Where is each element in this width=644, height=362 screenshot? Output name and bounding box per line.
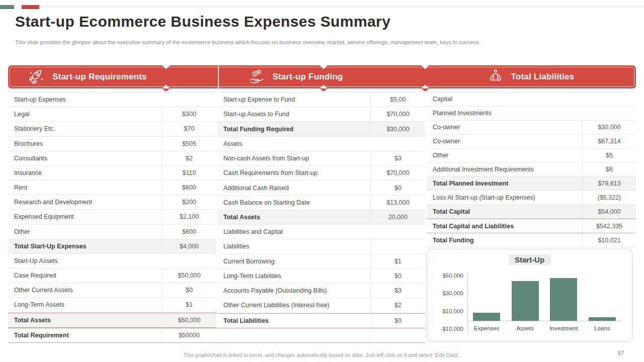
row-label: Additional Cash Raised xyxy=(217,180,370,195)
row-value: $2 xyxy=(162,151,216,165)
row-label: Additional Investment Requirements xyxy=(427,163,582,176)
table-row: Total Funding$10,021 xyxy=(427,233,636,247)
row-label: Stationery Etc. xyxy=(8,122,162,136)
table-row: Co-owner$67,314 xyxy=(427,135,636,149)
row-value: $70,000 xyxy=(370,166,425,180)
row-label: Research and Development xyxy=(8,195,162,209)
row-label: Liabilities and Capital xyxy=(217,225,425,239)
chart-bar xyxy=(512,281,539,321)
row-label: Total Assets xyxy=(217,210,370,224)
x-axis-label: Loans xyxy=(583,325,622,331)
table-row: Liabilities and Capital xyxy=(217,225,425,239)
ribbon-band: Start-up Requirements $ $ Start-up Fundi… xyxy=(8,65,636,88)
row-value: $50,000 xyxy=(162,313,216,327)
row-label: Insurance xyxy=(8,166,162,180)
row-value: $110 xyxy=(162,166,216,180)
tab-total-liabilities: $ $ Total Liabilities xyxy=(425,65,636,88)
x-axis-label: Expenses xyxy=(467,325,506,331)
row-label: Liabilities xyxy=(217,239,370,253)
table-row: Total Requirement$50000 xyxy=(8,328,216,343)
row-value: $13,000 xyxy=(370,196,425,210)
table-row: Total Capital and Liabilities$542,335 xyxy=(427,219,636,233)
row-label: Rent xyxy=(8,180,162,195)
row-value: $50000 xyxy=(162,328,216,342)
row-value: $1 xyxy=(162,298,216,312)
page-title: Start-up Ecommerce Business Expenses Sum… xyxy=(15,13,390,30)
table-row: Other$600 xyxy=(8,225,216,239)
table-row: Current Borrowing$1 xyxy=(217,254,425,269)
row-value: $30,000 xyxy=(370,122,425,136)
row-label: Current Borrowing xyxy=(217,254,370,268)
chart-plot-area: $50,000$30,000$10,000-$10,000ExpensesAss… xyxy=(427,249,632,341)
row-value: $300 xyxy=(162,107,216,121)
row-label: Start-up Expenses xyxy=(8,93,216,107)
y-axis-line xyxy=(467,274,468,333)
row-label: Total Start-Up Expenses xyxy=(8,239,162,253)
startup-chart[interactable]: Start-Up $50,000$30,000$10,000-$10,000Ex… xyxy=(427,249,632,342)
row-label: Total Capital and Liabilities xyxy=(427,219,582,233)
table-row: Start-up Expense to Fund$5,00 xyxy=(217,93,425,107)
coins-hand-icon: $ $ xyxy=(248,68,265,85)
svg-text:$: $ xyxy=(491,77,493,80)
page-number: 57 xyxy=(618,350,624,356)
row-value: $200 xyxy=(162,195,216,209)
table-startup-requirements: Start-up ExpensesLegal$300Stationery Etc… xyxy=(8,92,216,343)
row-value: $6 xyxy=(582,163,636,176)
row-label: Start-Up Assets xyxy=(8,254,216,268)
table-row: Total Assets20,000 xyxy=(217,210,425,225)
table-row: Start-up Expenses xyxy=(8,93,216,107)
chart-bar xyxy=(550,278,577,321)
table-row: Other Current Liabilities (Interest-free… xyxy=(217,298,425,313)
table-row: Assets xyxy=(217,137,425,151)
svg-text:$: $ xyxy=(258,70,260,73)
table-row: Total Planned Investment$79,613 xyxy=(427,176,636,191)
table-row: Start-Up Assets xyxy=(8,254,216,268)
table-row: Additional Investment Requirements$6 xyxy=(427,163,636,177)
row-label: Case Required xyxy=(8,268,162,283)
header-ribbon: Start-up Requirements $ $ Start-up Fundi… xyxy=(8,65,636,88)
row-label: Total Capital xyxy=(427,205,582,218)
svg-text:$: $ xyxy=(498,77,500,80)
row-value: $505 xyxy=(162,137,216,151)
row-label: Legal xyxy=(8,107,162,121)
row-label: Total Funding xyxy=(427,233,582,247)
row-value: $70,000 xyxy=(370,107,425,121)
row-label xyxy=(217,328,370,342)
row-label: Accounts Payable (Outstanding Bills) xyxy=(217,284,370,298)
chart-bar xyxy=(473,313,500,321)
tab-startup-funding: $ $ Start-up Funding xyxy=(166,65,425,88)
ribbon-fold xyxy=(421,88,429,92)
row-value: $1 xyxy=(370,254,425,268)
table-row: Co-owner$30,000 xyxy=(427,121,636,135)
row-value: $67,314 xyxy=(582,135,636,148)
row-value: $2 xyxy=(370,298,425,312)
person-moneybags-icon: $ $ xyxy=(487,68,504,85)
row-value: $2,100 xyxy=(162,210,216,224)
row-label: Brochures xyxy=(8,137,162,151)
tables-area: Start-up ExpensesLegal$300Stationery Etc… xyxy=(8,92,636,342)
table-row: Brochures$505 xyxy=(8,137,216,151)
deco-bar-teal xyxy=(0,5,14,9)
table-row: Expensed Equipment$2,100 xyxy=(8,210,216,224)
table-row: Non-cash Assets from Start-up$3 xyxy=(217,151,425,166)
row-label: Total Requirement xyxy=(8,328,162,342)
row-label: Expensed Equipment xyxy=(8,210,162,224)
table-row: Total Liabilities$0 xyxy=(217,313,425,328)
table-row: Planned Investments xyxy=(427,107,636,121)
row-label: Planned Investments xyxy=(427,107,636,120)
row-value xyxy=(370,239,425,253)
tab-label: Total Liabilities xyxy=(511,72,575,82)
table-row: Additional Cash Raised$0 xyxy=(217,180,425,195)
row-value: $4,000 xyxy=(162,239,216,253)
row-label: Co-owner xyxy=(427,135,582,148)
y-axis-tick: $30,000 xyxy=(427,290,463,296)
table-row: Research and Development$200 xyxy=(8,195,216,210)
slide: Start-up Ecommerce Business Expenses Sum… xyxy=(0,0,644,362)
table-row: Rent$600 xyxy=(8,180,216,195)
slide-subtitle: This slide provides the glimpse about th… xyxy=(15,39,480,45)
table-row: Start-up Assets to Fund$70,000 xyxy=(217,107,425,122)
table-row: Total Capital$54,000 xyxy=(427,205,636,219)
row-value: $5 xyxy=(582,149,636,162)
table-row: Long-Term Assets$1 xyxy=(8,298,216,312)
table-row: Insurance$110 xyxy=(8,166,216,180)
